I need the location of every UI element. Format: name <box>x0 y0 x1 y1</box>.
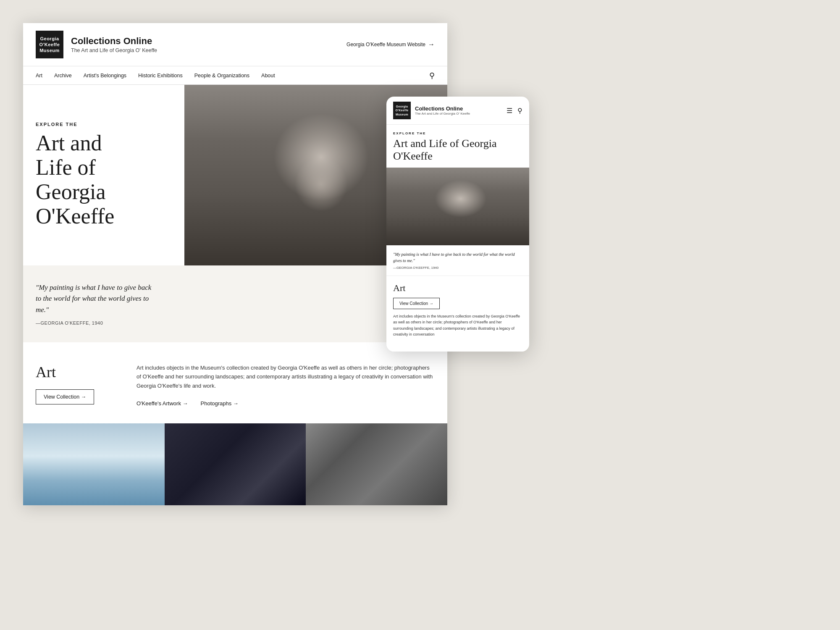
hero-heading: Art and Life of Georgia O'Keeffe <box>36 131 172 229</box>
mobile-site-subtitle: The Art and Life of Georgia O' Keeffe <box>415 112 502 116</box>
quote-section: "My painting is what I have to give back… <box>23 265 447 342</box>
logo-text: GeorgiaO'KeeffeMuseum <box>39 36 60 54</box>
art-right-col: Art includes objects in the Museum's col… <box>136 363 435 407</box>
art-description: Art includes objects in the Museum's col… <box>136 363 435 390</box>
mobile-art-heading: Art <box>393 283 522 294</box>
desktop-browser: GeorgiaO'KeeffeMuseum Collections Online… <box>23 23 447 505</box>
mobile-logo-text: GeorgiaO'KeeffeMuseum <box>396 105 409 116</box>
thumbnail-section <box>23 423 447 505</box>
mobile-art-section: Art View Collection → Art includes objec… <box>386 276 529 344</box>
header-title-block: Collections Online The Art and Life of G… <box>71 36 346 53</box>
mobile-hero-image <box>386 168 529 245</box>
nav-items: Art Archive Artist's Belongings Historic… <box>36 73 429 79</box>
thumbnail-dark[interactable] <box>165 423 306 505</box>
mobile-quote-section: "My painting is what I have to give back… <box>386 245 529 276</box>
search-icon[interactable]: ⚲ <box>429 71 435 80</box>
mobile-site-title: Collections Online <box>415 105 502 112</box>
mobile-quote-attribution: —GEORGIA O'KEEFFE, 1940 <box>393 266 522 270</box>
thumbnail-bw[interactable] <box>306 423 447 505</box>
nav-archive[interactable]: Archive <box>54 73 72 79</box>
mobile-museum-logo[interactable]: GeorgiaO'KeeffeMuseum <box>393 102 411 119</box>
mobile-hero-portrait <box>386 168 529 245</box>
site-title: Collections Online <box>71 36 346 47</box>
mobile-menu-icon[interactable]: ☰ <box>507 107 512 115</box>
thumbnail-blue-sky[interactable] <box>23 423 165 505</box>
photographs-link[interactable]: Photographs → <box>201 400 239 407</box>
quote-attribution: —GEORGIA O'KEEFFE, 1940 <box>36 320 435 326</box>
mobile-quote-text: "My painting is what I have to give back… <box>393 251 522 264</box>
hero-section: EXPLORE THE Art and Life of Georgia O'Ke… <box>23 85 447 265</box>
mobile-icons: ☰ ⚲ <box>507 107 522 115</box>
mobile-header: GeorgiaO'KeeffeMuseum Collections Online… <box>386 97 529 125</box>
navigation-bar: Art Archive Artist's Belongings Historic… <box>23 66 447 85</box>
okeeffes-artwork-link[interactable]: O'Keeffe's Artwork → <box>136 400 188 407</box>
mobile-explore-label: EXPLORE THE <box>393 131 522 135</box>
mobile-art-description: Art includes objects in the Museum's col… <box>393 313 522 338</box>
museum-website-link[interactable]: Georgia O'Keeffe Museum Website → <box>346 41 435 48</box>
art-section-inner: Art View Collection → Art includes objec… <box>36 363 435 407</box>
art-section: Art View Collection → Art includes objec… <box>23 342 447 423</box>
nav-art[interactable]: Art <box>36 73 42 79</box>
external-link-arrow: → <box>428 41 435 48</box>
museum-logo[interactable]: GeorgiaO'KeeffeMuseum <box>36 31 63 58</box>
nav-people-organizations[interactable]: People & Organizations <box>194 73 249 79</box>
mobile-search-icon[interactable]: ⚲ <box>517 107 522 115</box>
mobile-device-overlay: GeorgiaO'KeeffeMuseum Collections Online… <box>386 97 529 352</box>
quote-text: "My painting is what I have to give back… <box>36 282 158 315</box>
art-links: O'Keeffe's Artwork → Photographs → <box>136 400 435 407</box>
art-left-col: Art View Collection → <box>36 363 120 407</box>
hero-text-block: EXPLORE THE Art and Life of Georgia O'Ke… <box>23 85 184 265</box>
nav-historic-exhibitions[interactable]: Historic Exhibitions <box>138 73 183 79</box>
nav-artists-belongings[interactable]: Artist's Belongings <box>84 73 126 79</box>
mobile-hero-text: EXPLORE THE Art and Life of Georgia O'Ke… <box>386 125 529 163</box>
mobile-view-collection-button[interactable]: View Collection → <box>393 298 440 309</box>
nav-about[interactable]: About <box>261 73 275 79</box>
mobile-fade-overlay <box>386 341 529 352</box>
site-subtitle: The Art and Life of Georgia O' Keeffe <box>71 47 346 53</box>
site-header: GeorgiaO'KeeffeMuseum Collections Online… <box>23 23 447 66</box>
mobile-title-block: Collections Online The Art and Life of G… <box>415 105 502 116</box>
view-collection-button[interactable]: View Collection → <box>36 389 94 404</box>
art-section-heading: Art <box>36 363 120 381</box>
mobile-hero-heading: Art and Life of Georgia O'Keeffe <box>393 137 522 163</box>
explore-label: EXPLORE THE <box>36 122 172 127</box>
